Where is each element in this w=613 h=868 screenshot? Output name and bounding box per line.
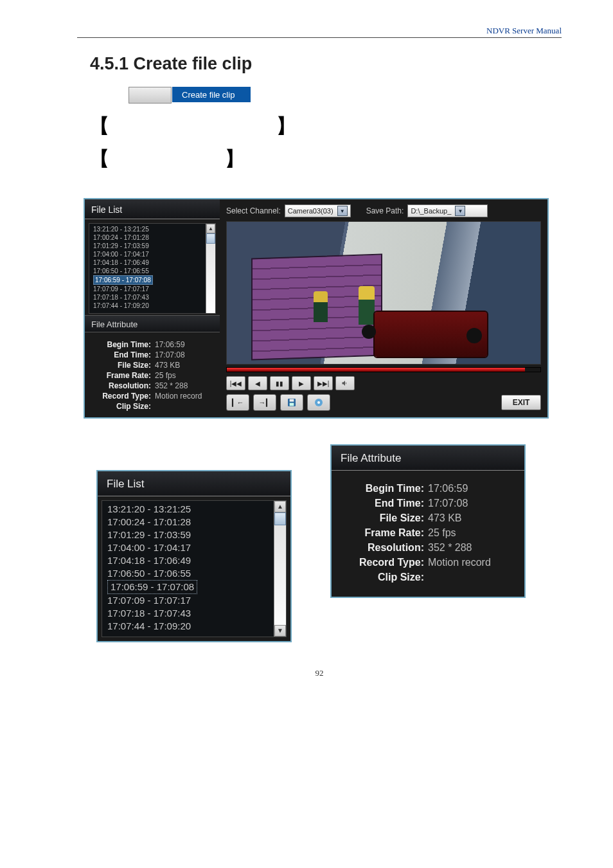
list-item[interactable]: 17:00:24 - 17:01:28 (107, 516, 286, 529)
cutout-file-list[interactable]: 13:21:20 - 13:21:25 17:00:24 - 17:01:28 … (102, 500, 287, 637)
bracket-open-2: 【 (90, 146, 109, 172)
attr-record-type-label: Record Type: (90, 392, 151, 401)
first-button[interactable]: |◀◀ (226, 376, 245, 390)
chevron-down-icon: ▼ (337, 206, 348, 216)
bracket-close-2: 】 (225, 146, 244, 172)
attr-record-type-label: Record Type: (341, 557, 424, 568)
video-preview (226, 221, 541, 365)
attr-resolution-label: Resolution: (90, 381, 151, 390)
attr-resolution-value: 352 * 288 (428, 542, 472, 554)
scroll-thumb[interactable] (206, 233, 215, 244)
list-item[interactable]: 17:00:24 - 17:01:28 (93, 233, 215, 242)
attr-clip-size-label: Clip Size: (341, 572, 424, 583)
attr-begin-time-value: 17:06:59 (155, 340, 185, 349)
mark-out-button[interactable]: →▎ (253, 394, 276, 411)
file-list[interactable]: 13:21:20 - 13:21:25 17:00:24 - 17:01:28 … (89, 223, 216, 314)
svg-point-4 (317, 401, 320, 404)
scroll-up-icon[interactable]: ▲ (206, 224, 215, 233)
attr-file-size-value: 473 KB (428, 512, 461, 524)
speaker-icon (341, 379, 349, 387)
attr-frame-rate-label: Frame Rate: (341, 527, 424, 539)
video-forklift (375, 312, 487, 357)
save-path-dropdown[interactable]: D:\_Backup_ ▼ (407, 204, 488, 217)
create-file-clip-tab[interactable]: Create file clip (172, 87, 251, 102)
video-worker (314, 291, 328, 322)
select-channel-label: Select Channel: (226, 206, 281, 215)
list-item[interactable]: 17:07:44 - 17:09:20 (107, 620, 286, 633)
list-item-selected[interactable]: 17:06:59 - 17:07:08 (93, 275, 153, 285)
bracket-close: 】 (276, 113, 296, 140)
list-item[interactable]: 17:06:50 - 17:06:55 (107, 567, 286, 580)
attr-record-type-value: Motion record (428, 557, 491, 568)
list-item-selected[interactable]: 17:06:59 - 17:07:08 (107, 580, 197, 594)
list-item[interactable]: 13:21:20 - 13:21:25 (107, 503, 286, 516)
attr-file-size-value: 473 KB (155, 361, 180, 370)
attr-begin-time-value: 17:06:59 (428, 483, 468, 494)
save-icon (287, 397, 297, 408)
attr-end-time-value: 17:07:08 (428, 498, 468, 509)
clip-app-panel: File List 13:21:20 - 13:21:25 17:00:24 -… (84, 198, 549, 419)
list-item[interactable]: 17:07:09 - 17:07:17 (93, 285, 215, 293)
scroll-down-icon[interactable]: ▼ (274, 625, 286, 637)
volume-button[interactable] (335, 376, 355, 390)
select-channel-value: Camera03(03) (288, 207, 333, 215)
list-item[interactable]: 17:04:18 - 17:06:49 (107, 554, 286, 567)
pause-button[interactable]: ▮▮ (270, 376, 289, 390)
scrollbar[interactable]: ▲ ▼ (274, 501, 286, 637)
section-heading: 4.5.1 Create file clip (90, 54, 562, 74)
scrollbar[interactable]: ▲ (206, 224, 215, 313)
video-scene-illustration (227, 222, 540, 364)
svg-rect-1 (290, 399, 294, 402)
attr-frame-rate-value: 25 fps (428, 527, 456, 539)
file-attribute-panel: Begin Time:17:06:59 End Time:17:07:08 Fi… (85, 332, 220, 417)
select-channel-dropdown[interactable]: Camera03(03) ▼ (285, 204, 351, 217)
save-clip-button[interactable] (280, 394, 303, 411)
burn-disc-button[interactable] (307, 394, 330, 411)
list-item[interactable]: 17:07:18 - 17:07:43 (107, 607, 286, 620)
list-item[interactable]: 17:06:50 - 17:06:55 (93, 267, 215, 275)
seek-bar[interactable] (226, 367, 541, 372)
video-worker (359, 286, 375, 325)
attr-record-type-value: Motion record (155, 392, 202, 401)
cutout-file-attribute-panel: File Attribute Begin Time:17:06:59 End T… (330, 444, 526, 598)
list-item[interactable]: 17:07:18 - 17:07:43 (93, 293, 215, 302)
rewind-button[interactable]: ◀ (248, 376, 267, 390)
bracket-row-1: 【 】 (90, 113, 562, 140)
attr-resolution-value: 352 * 288 (155, 381, 188, 390)
cutout-file-list-title: File List (98, 471, 290, 496)
attr-resolution-label: Resolution: (341, 542, 424, 554)
disc-icon (314, 397, 324, 408)
list-item[interactable]: 17:01:29 - 17:03:59 (107, 529, 286, 541)
svg-rect-2 (290, 403, 294, 406)
list-item[interactable]: 17:07:09 - 17:07:17 (107, 594, 286, 607)
mark-in-button[interactable]: ▎← (226, 394, 249, 411)
list-item[interactable]: 17:04:18 - 17:06:49 (93, 258, 215, 267)
attr-frame-rate-label: Frame Rate: (90, 371, 151, 380)
toolbar-button-blank[interactable] (129, 87, 172, 104)
bracket-row-2: 【 】 (90, 146, 562, 172)
list-item[interactable]: 17:07:44 - 17:09:20 (93, 302, 215, 310)
attr-clip-size-label: Clip Size: (90, 402, 151, 411)
attr-frame-rate-value: 25 fps (155, 371, 176, 380)
scroll-thumb[interactable] (274, 512, 286, 525)
exit-button-label: EXIT (513, 398, 530, 407)
page-number: 92 (77, 668, 562, 678)
list-item[interactable]: 13:21:20 - 13:21:25 (93, 225, 215, 233)
list-item[interactable]: 17:04:00 - 17:04:17 (93, 250, 215, 258)
attr-end-time-value: 17:07:08 (155, 350, 185, 359)
attr-file-size-label: File Size: (341, 512, 424, 524)
play-button[interactable]: ▶ (292, 376, 311, 390)
save-path-value: D:\_Backup_ (411, 207, 451, 215)
save-path-label: Save Path: (366, 206, 404, 215)
exit-button[interactable]: EXIT (501, 395, 541, 410)
scroll-up-icon[interactable]: ▲ (274, 501, 286, 512)
attr-end-time-label: End Time: (341, 498, 424, 509)
chevron-down-icon: ▼ (455, 206, 465, 216)
last-button[interactable]: ▶▶| (314, 376, 333, 390)
create-file-clip-tab-label: Create file clip (182, 90, 235, 100)
cutout-file-attribute-title: File Attribute (332, 446, 524, 471)
list-item[interactable]: 17:01:29 - 17:03:59 (93, 242, 215, 250)
list-item[interactable]: 17:04:00 - 17:04:17 (107, 541, 286, 554)
seek-progress (227, 368, 525, 372)
attr-end-time-label: End Time: (90, 350, 151, 359)
